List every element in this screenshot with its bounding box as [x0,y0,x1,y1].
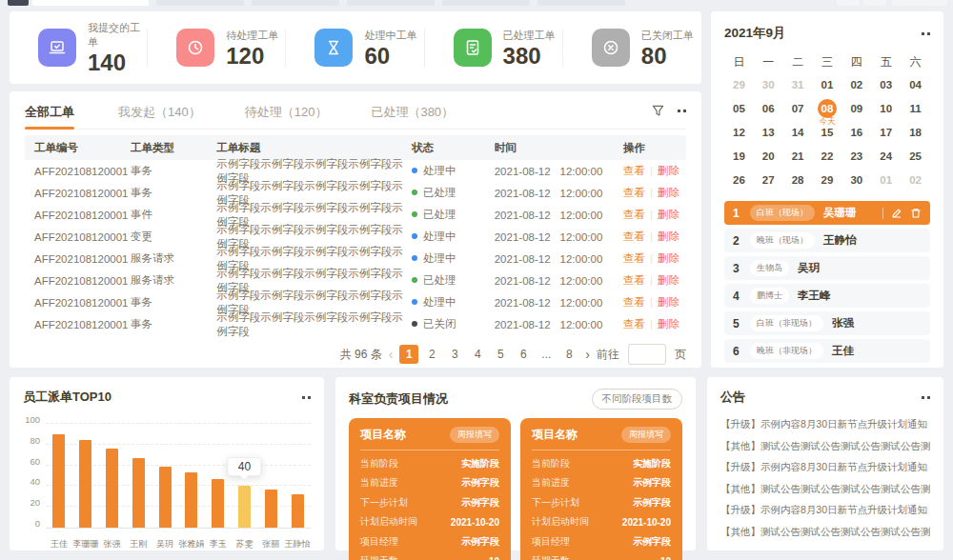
calendar-day[interactable]: 16 今天 [841,120,871,144]
ticket-tab[interactable]: 已处理（380） [371,101,454,130]
calendar-day[interactable]: 02 今天 [901,168,930,191]
delete-link[interactable]: 删除 [658,165,679,176]
top-tab[interactable] [8,0,29,6]
edit-icon[interactable] [891,208,902,219]
bar-column[interactable]: 40 [232,424,258,528]
bar-column[interactable] [257,424,284,528]
bar-column[interactable] [46,424,72,528]
view-link[interactable]: 查看 [623,187,645,198]
bar-column[interactable] [152,424,178,528]
calendar-day[interactable]: 01 今天 [813,72,842,96]
calendar-day[interactable]: 30 今天 [841,168,871,191]
calendar-day[interactable]: 06 今天 [754,96,783,120]
stat-processing[interactable]: 处理中工单 60 [286,25,424,70]
project-card[interactable]: 项目名称 周报填写 当前阶段实施阶段 当前进度示例字段 下一步计划示例字段 计划… [349,418,511,560]
more-icon[interactable] [302,396,311,399]
calendar-day[interactable]: 19 今天 [724,144,754,168]
weekly-report-badge[interactable]: 周报填写 [621,427,671,443]
calendar-day[interactable]: 03 今天 [871,72,901,96]
top-tab[interactable] [347,0,435,6]
calendar-day[interactable]: 14 今天 [783,120,813,144]
delete-link[interactable]: 删除 [658,274,679,286]
announcement-item[interactable]: 【其他】测试公告测试公告测试公告测试公告测试公告 [720,435,930,457]
more-icon[interactable] [678,110,686,112]
top-tab[interactable] [837,0,860,6]
calendar-day[interactable]: 15 今天 [813,120,842,144]
delete-link[interactable]: 删除 [658,318,679,330]
top-tab[interactable] [537,0,625,6]
calendar-day[interactable]: 29 今天 [724,72,754,96]
top-tab[interactable] [892,0,947,6]
prev-page-icon[interactable]: ‹ [389,348,394,361]
bar-column[interactable] [284,424,311,528]
calendar-day[interactable]: 31 今天 [783,72,813,96]
stage-count-button[interactable]: 不同阶段项目数 [592,389,683,410]
view-link[interactable]: 查看 [623,252,645,264]
schedule-row[interactable]: 4 鹏博士 李王峰 [724,284,930,308]
top-tab[interactable] [442,0,530,6]
schedule-row[interactable]: 3 生物岛 吴玥 [724,256,930,280]
bar-column[interactable] [205,424,232,528]
calendar-day[interactable]: 26 今天 [724,168,754,191]
view-link[interactable]: 查看 [623,165,645,176]
calendar-day[interactable]: 08 今天 [813,96,842,120]
top-tab[interactable] [156,0,244,6]
stat-pending[interactable]: 待处理工单 120 [148,25,286,70]
filter-icon[interactable] [652,105,664,117]
trash-icon[interactable] [910,208,922,219]
view-link[interactable]: 查看 [623,318,645,330]
ticket-tab[interactable]: 全部工单 [25,101,74,130]
delete-link[interactable]: 删除 [658,209,679,220]
bar-column[interactable] [72,424,99,528]
bar-column[interactable] [99,424,126,528]
delete-link[interactable]: 删除 [658,252,679,264]
stat-processed[interactable]: 已处理工单 380 [425,25,563,70]
bar-column[interactable] [125,424,152,528]
delete-link[interactable]: 删除 [658,296,679,308]
more-icon[interactable] [922,396,930,399]
more-icon[interactable] [922,32,930,35]
page-number[interactable]: ... [537,345,556,364]
schedule-row[interactable]: 6 晚班（非现场） 王佳 [724,339,930,363]
schedule-row[interactable]: 1 白班（现场） 吴珊珊 [724,201,930,225]
calendar-day[interactable]: 25 今天 [901,144,930,168]
calendar-day[interactable]: 13 今天 [754,120,783,144]
page-number[interactable]: 3 [445,345,464,364]
calendar-day[interactable]: 23 今天 [841,144,871,168]
calendar-day[interactable]: 02 今天 [841,72,871,96]
calendar-day[interactable]: 21 今天 [783,144,813,168]
delete-link[interactable]: 删除 [658,187,679,198]
calendar-day[interactable]: 09 今天 [841,96,871,120]
calendar-day[interactable]: 18 今天 [901,120,930,144]
page-number[interactable]: 6 [514,345,533,364]
calendar-day[interactable]: 04 今天 [901,72,930,96]
calendar-day[interactable]: 24 今天 [871,144,901,168]
calendar-day[interactable]: 12 今天 [724,120,754,144]
schedule-row[interactable]: 5 白班（非现场） 张强 [724,311,930,335]
view-link[interactable]: 查看 [623,209,645,220]
calendar-day[interactable]: 10 今天 [871,96,901,120]
calendar-day[interactable]: 05 今天 [724,96,754,120]
ticket-tab[interactable]: 待处理（120） [245,101,328,130]
page-goto-input[interactable] [628,344,666,365]
project-card[interactable]: 项目名称 周报填写 当前阶段实施阶段 当前进度示例字段 下一步计划示例字段 计划… [520,418,682,560]
schedule-row[interactable]: 2 晚班（现场） 王静怡 [724,229,930,252]
calendar-day[interactable]: 07 今天 [783,96,813,120]
stat-my-submitted[interactable]: 我提交的工单 140 [10,25,148,70]
calendar-day[interactable]: 27 今天 [754,168,783,191]
page-number[interactable]: 5 [491,345,510,364]
page-number[interactable]: 1 [399,345,418,364]
page-number[interactable]: 8 [559,345,578,364]
announcement-item[interactable]: 【其他】测试公告测试公告测试公告测试公告测试公告 [720,521,930,543]
view-link[interactable]: 查看 [623,274,645,286]
calendar-day[interactable]: 30 今天 [754,72,783,96]
calendar-day[interactable]: 17 今天 [871,120,901,144]
calendar-day[interactable]: 20 今天 [754,144,783,168]
calendar-day[interactable]: 11 今天 [901,96,930,120]
calendar-day[interactable]: 01 今天 [871,168,901,191]
top-tab[interactable] [863,0,886,6]
page-number[interactable]: 4 [468,345,487,364]
calendar-day[interactable]: 29 今天 [813,168,842,191]
announcement-item[interactable]: 【升级】示例内容8月30日新节点升级计划通知 [720,456,930,478]
view-link[interactable]: 查看 [623,230,645,242]
